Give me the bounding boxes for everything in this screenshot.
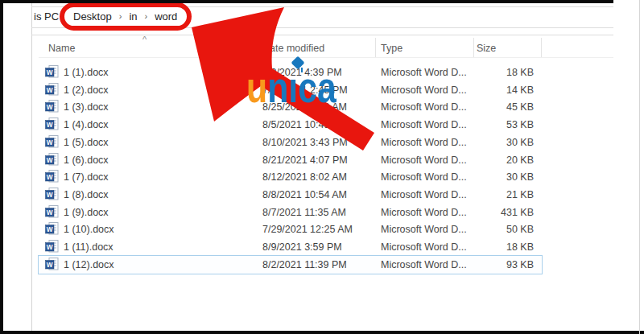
graduation-cap-icon bbox=[301, 68, 303, 72]
file-size: 45 KB bbox=[441, 98, 534, 116]
table-row[interactable]: W 1 (8).docx 8/8/2021 10:54 AM Microsoft… bbox=[39, 186, 542, 204]
svg-text:W: W bbox=[47, 208, 53, 216]
table-row[interactable]: W 1 (5).docx 8/10/2021 3:43 PM Microsoft… bbox=[39, 134, 542, 151]
file-name: 1 (8).docx bbox=[64, 186, 109, 204]
file-date-modified: 8/5/2021 10:48 AM bbox=[262, 116, 347, 134]
file-name: 1 (1).docx bbox=[64, 64, 109, 81]
table-row[interactable]: W 1 (10).docx 7/29/2021 12:25 AM Microso… bbox=[39, 221, 542, 238]
screenshot-frame-top bbox=[0, 0, 613, 3]
file-name: 1 (9).docx bbox=[64, 204, 109, 221]
word-file-icon: W bbox=[45, 188, 59, 201]
file-name: 1 (4).docx bbox=[64, 116, 109, 134]
screenshot-frame-bottom bbox=[0, 331, 644, 334]
screenshot-frame-right bbox=[639, 0, 640, 334]
file-date-modified: 8/2/2021 11:39 PM bbox=[262, 256, 347, 274]
file-name: 1 (5).docx bbox=[64, 134, 109, 151]
table-row[interactable]: W 1 (7).docx 8/12/2021 8:02 AM Microsoft… bbox=[39, 168, 542, 186]
file-name: 1 (3).docx bbox=[64, 98, 109, 116]
file-size: 14 KB bbox=[441, 81, 534, 99]
file-name: 1 (7).docx bbox=[64, 168, 109, 186]
screenshot-frame-left bbox=[0, 0, 3, 334]
svg-text:W: W bbox=[47, 174, 53, 181]
file-size: 18 KB bbox=[441, 238, 534, 256]
table-row[interactable]: W 1 (6).docx 8/21/2021 4:07 PM Microsoft… bbox=[39, 151, 542, 169]
svg-text:W: W bbox=[47, 226, 53, 233]
word-file-icon: W bbox=[45, 100, 59, 113]
word-file-icon: W bbox=[45, 135, 59, 149]
word-file-icon: W bbox=[45, 118, 59, 131]
file-size: 431 KB bbox=[441, 204, 534, 221]
file-name: 1 (12).docx bbox=[64, 256, 114, 274]
file-date-modified: 8/7/2021 11:35 AM bbox=[262, 204, 346, 221]
file-name: 1 (11).docx bbox=[64, 238, 114, 256]
file-date-modified: 8/8/2021 10:54 AM bbox=[262, 186, 347, 204]
table-row[interactable]: W 1 (4).docx 8/5/2021 10:48 AM Microsoft… bbox=[39, 116, 542, 134]
highlight-circle-annotation bbox=[60, 2, 192, 31]
word-file-icon: W bbox=[45, 205, 59, 219]
word-file-icon: W bbox=[45, 258, 59, 271]
file-size: 30 KB bbox=[441, 168, 534, 186]
svg-text:W: W bbox=[47, 86, 53, 93]
file-date-modified: 8/21/2021 4:07 PM bbox=[262, 151, 348, 169]
table-row[interactable]: W 1 (12).docx 8/2/2021 11:39 PM Microsof… bbox=[39, 256, 542, 274]
svg-text:W: W bbox=[47, 122, 53, 129]
table-row[interactable]: W 1 (9).docx 8/7/2021 11:35 AM Microsoft… bbox=[39, 204, 542, 221]
file-date-modified: 8/12/2021 8:02 AM bbox=[262, 168, 347, 186]
file-date-modified: 8/9/2021 3:59 PM bbox=[262, 238, 342, 256]
file-name: 1 (2).docx bbox=[64, 81, 109, 99]
file-size: 20 KB bbox=[441, 151, 534, 169]
file-date-modified: 8/10/2021 3:43 PM bbox=[262, 134, 348, 151]
svg-text:W: W bbox=[47, 138, 53, 146]
file-explorer-screenshot: is PC Desktop › in › word ^ Name Date mo… bbox=[0, 0, 644, 334]
file-date-modified: 7/29/2021 12:25 AM bbox=[262, 221, 353, 238]
file-size: 50 KB bbox=[441, 221, 534, 238]
file-size: 18 KB bbox=[441, 64, 534, 81]
file-list: W 1 (1).docx 8/3/2021 4:39 PM Microsoft … bbox=[0, 0, 644, 334]
word-file-icon: W bbox=[45, 65, 59, 79]
svg-text:W: W bbox=[47, 191, 53, 198]
word-file-icon: W bbox=[45, 170, 59, 183]
svg-text:W: W bbox=[47, 261, 53, 268]
word-file-icon: W bbox=[45, 240, 59, 254]
table-row[interactable]: W 1 (11).docx 8/9/2021 3:59 PM Microsoft… bbox=[39, 238, 542, 256]
file-size: 93 KB bbox=[441, 256, 534, 274]
word-file-icon: W bbox=[45, 222, 59, 236]
word-file-icon: W bbox=[45, 83, 59, 97]
file-name: 1 (6).docx bbox=[64, 151, 109, 169]
unica-watermark: unıca bbox=[246, 61, 336, 113]
word-file-icon: W bbox=[45, 153, 59, 167]
file-name: 1 (10).docx bbox=[64, 221, 114, 238]
file-size: 21 KB bbox=[441, 186, 534, 204]
file-size: 30 KB bbox=[441, 134, 534, 151]
svg-text:W: W bbox=[47, 104, 53, 111]
svg-text:W: W bbox=[47, 69, 53, 76]
file-size: 53 KB bbox=[441, 116, 534, 134]
watermark-letter-u: u bbox=[246, 62, 267, 111]
svg-text:W: W bbox=[47, 244, 53, 251]
svg-text:W: W bbox=[47, 156, 53, 163]
